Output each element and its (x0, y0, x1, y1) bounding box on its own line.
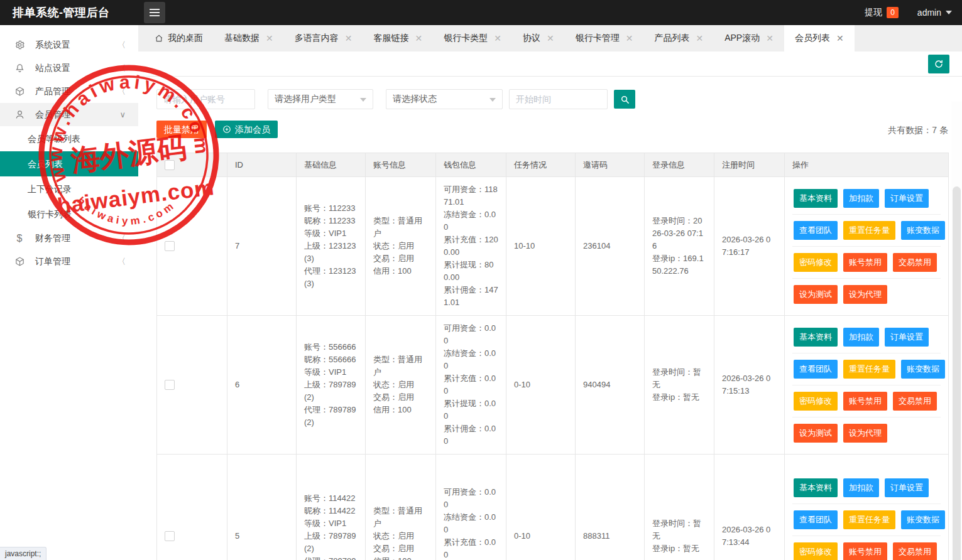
sidebar-item-2[interactable]: 产品管理〈 (0, 80, 138, 103)
tab-银行卡管理[interactable]: 银行卡管理✕ (565, 25, 644, 51)
user-menu[interactable]: admin (917, 8, 941, 18)
action-button-设为测试[interactable]: 设为测试 (794, 424, 838, 443)
action-button-交易禁用[interactable]: 交易禁用 (893, 392, 937, 411)
action-button-密码修改[interactable]: 密码修改 (794, 542, 838, 560)
tab-协议[interactable]: 协议✕ (512, 25, 565, 51)
cell-actions: 基本资料加扣款订单设置查看团队重置任务量账变数据密码修改账号禁用交易禁用设为测试… (785, 455, 949, 560)
close-icon[interactable]: ✕ (836, 34, 844, 43)
sidebar-subitem-会员等级列表[interactable]: 会员等级列表 (0, 126, 138, 151)
action-button-加扣款[interactable]: 加扣款 (843, 328, 879, 347)
account-search-input[interactable] (156, 89, 255, 109)
action-button-账变数据[interactable]: 账变数据 (901, 221, 945, 240)
sidebar-item-label: 站点设置 (35, 63, 70, 74)
close-icon[interactable]: ✕ (494, 34, 501, 43)
action-button-设为测试[interactable]: 设为测试 (794, 285, 838, 304)
sidebar-item-1[interactable]: 站点设置〈 (0, 57, 138, 80)
action-button-基本资料[interactable]: 基本资料 (794, 478, 838, 497)
status-select-value: 请选择状态 (393, 94, 437, 105)
close-icon[interactable]: ✕ (766, 34, 773, 43)
add-member-button[interactable]: 添加会员 (215, 121, 278, 138)
action-button-查看团队[interactable]: 查看团队 (794, 510, 838, 529)
row-checkbox[interactable] (165, 380, 175, 390)
action-button-基本资料[interactable]: 基本资料 (794, 328, 838, 347)
status-select[interactable]: 请选择状态 (386, 89, 503, 109)
sidebar-item-3[interactable]: 会员管理∨ (0, 103, 138, 126)
tab-产品列表[interactable]: 产品列表✕ (643, 25, 714, 51)
action-button-密码修改[interactable]: 密码修改 (794, 253, 838, 272)
close-icon[interactable]: ✕ (415, 34, 422, 43)
batch-disable-button[interactable]: 批量禁用 (156, 121, 207, 138)
action-button-订单设置[interactable]: 订单设置 (885, 189, 929, 208)
action-button-账号禁用[interactable]: 账号禁用 (843, 542, 887, 560)
action-button-订单设置[interactable]: 订单设置 (885, 478, 929, 497)
action-button-设为代理[interactable]: 设为代理 (843, 285, 887, 304)
tab-银行卡类型[interactable]: 银行卡类型✕ (433, 25, 512, 51)
action-button-账号禁用[interactable]: 账号禁用 (843, 253, 887, 272)
cell-actions: 基本资料加扣款订单设置查看团队重置任务量账变数据密码修改账号禁用交易禁用设为测试… (785, 316, 949, 455)
close-icon[interactable]: ✕ (547, 34, 554, 43)
action-button-密码修改[interactable]: 密码修改 (794, 392, 838, 411)
close-icon[interactable]: ✕ (626, 34, 633, 43)
sidebar-subitem-会员列表[interactable]: 会员列表 (0, 151, 138, 176)
action-button-重置任务量[interactable]: 重置任务量 (843, 510, 895, 529)
action-button-重置任务量[interactable]: 重置任务量 (843, 360, 895, 379)
sidebar-toggle-button[interactable] (144, 2, 165, 23)
close-icon[interactable]: ✕ (696, 34, 703, 43)
tab-label: 基础数据 (224, 33, 260, 44)
action-bar: 批量禁用 添加会员 (156, 121, 278, 138)
scrollbar-track[interactable] (951, 102, 962, 560)
sidebar-item-5[interactable]: 订单管理〈 (0, 250, 138, 273)
cell-login-info: 登录时间：2026-03-26 07:16登录ip：169.150.222.76 (645, 177, 714, 316)
action-button-账变数据[interactable]: 账变数据 (901, 510, 945, 529)
cell-wallet-info: 可用资金：0.00冻结资金：0.00累计充值：0.00累计提现：0.00累计佣金… (436, 316, 506, 455)
field-line: 累计充值：1200.00 (444, 234, 498, 259)
withdraw-badge: 0 (887, 7, 899, 18)
close-icon[interactable]: ✕ (345, 34, 353, 43)
field-line: 上级：123123(3) (304, 240, 358, 265)
refresh-button[interactable] (928, 55, 949, 73)
action-button-交易禁用[interactable]: 交易禁用 (893, 253, 937, 272)
action-button-设为代理[interactable]: 设为代理 (843, 424, 887, 443)
tab-我的桌面[interactable]: 我的桌面 (144, 25, 214, 51)
field-line: 代理：123123(3) (304, 265, 358, 290)
field-line: 累计提现：0.00 (444, 397, 498, 423)
close-icon[interactable]: ✕ (266, 34, 273, 43)
action-button-重置任务量[interactable]: 重置任务量 (843, 221, 895, 240)
sidebar-subitem-上下分记录[interactable]: 上下分记录 (0, 176, 138, 202)
tab-基础数据[interactable]: 基础数据✕ (214, 25, 284, 51)
field-line: 上级：789789(2) (304, 379, 358, 404)
sidebar-item-4[interactable]: $财务管理〈 (0, 227, 138, 250)
action-button-查看团队[interactable]: 查看团队 (794, 360, 838, 379)
start-time-input[interactable] (509, 89, 608, 109)
chevron-down-icon: ∨ (119, 110, 126, 119)
field-line: 等级：VIP1 (304, 227, 358, 240)
scrollbar-thumb[interactable] (953, 186, 961, 560)
row-checkbox[interactable] (165, 241, 175, 251)
tab-APP滚动[interactable]: APP滚动✕ (714, 25, 784, 51)
cell-id: 6 (227, 316, 297, 455)
tab-客服链接[interactable]: 客服链接✕ (363, 25, 433, 51)
action-button-基本资料[interactable]: 基本资料 (794, 189, 838, 208)
tab-多语言内容[interactable]: 多语言内容✕ (284, 25, 363, 51)
row-checkbox[interactable] (165, 531, 175, 541)
select-all-checkbox[interactable] (165, 160, 175, 170)
action-button-账变数据[interactable]: 账变数据 (901, 360, 945, 379)
tab-会员列表[interactable]: 会员列表✕ (784, 25, 855, 51)
field-line: 登录ip：暂无 (652, 542, 706, 555)
action-button-账号禁用[interactable]: 账号禁用 (843, 392, 887, 411)
sidebar-item-0[interactable]: 系统设置〈 (0, 33, 138, 57)
action-button-加扣款[interactable]: 加扣款 (843, 189, 879, 208)
action-button-加扣款[interactable]: 加扣款 (843, 478, 879, 497)
action-button-查看团队[interactable]: 查看团队 (794, 221, 838, 240)
sidebar-item-label: 会员管理 (35, 109, 70, 121)
cell-actions: 基本资料加扣款订单设置查看团队重置任务量账变数据密码修改账号禁用交易禁用设为测试… (785, 177, 949, 316)
cell-invite-code: 940494 (576, 316, 645, 455)
action-button-交易禁用[interactable]: 交易禁用 (893, 542, 937, 560)
sidebar-subitem-银行卡列表[interactable]: 银行卡列表 (0, 202, 138, 227)
action-button-订单设置[interactable]: 订单设置 (885, 328, 929, 347)
cell-invite-code: 888311 (576, 455, 645, 560)
total-count: 共有数据：7 条 (888, 125, 948, 136)
search-button[interactable] (614, 90, 635, 109)
user-type-select[interactable]: 请选择用户类型 (268, 89, 373, 109)
withdraw-link[interactable]: 提现 (865, 7, 882, 18)
